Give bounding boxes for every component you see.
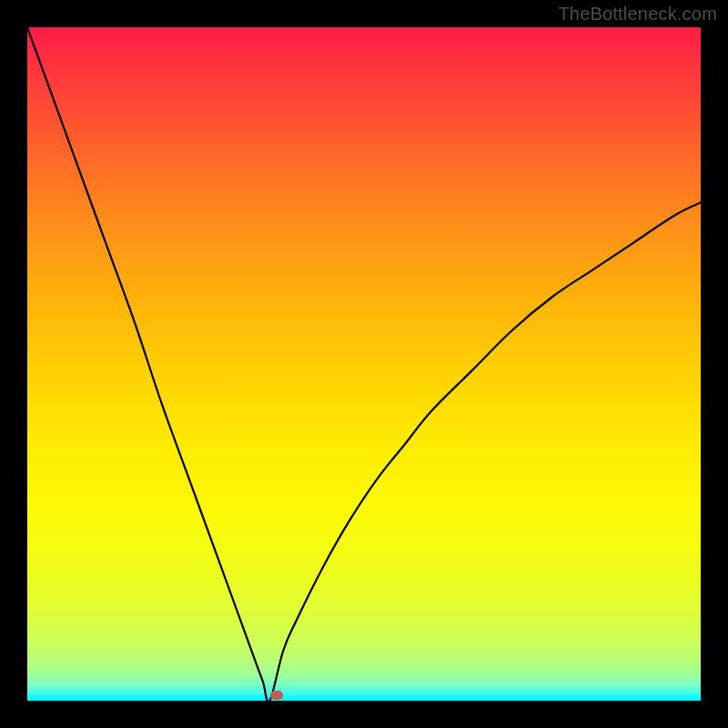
curve-path xyxy=(27,27,701,701)
bottleneck-curve xyxy=(27,27,701,701)
plot-area xyxy=(27,27,701,701)
watermark-text: TheBottleneck.com xyxy=(558,4,717,25)
chart-stage: TheBottleneck.com xyxy=(0,0,728,728)
optimal-point-marker xyxy=(270,691,283,700)
